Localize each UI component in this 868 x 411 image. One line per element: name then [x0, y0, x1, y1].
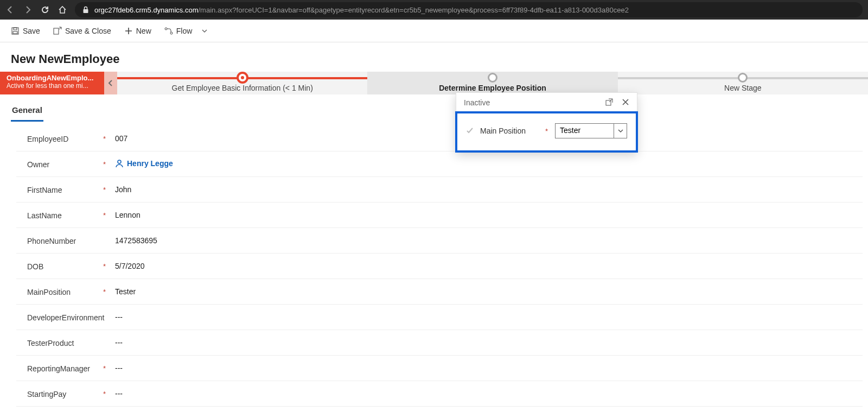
- required-mark: *: [103, 364, 111, 372]
- form-row: PhoneNumber1472583695: [16, 228, 863, 254]
- form: EmployeeID*007Owner*Henry LeggeFirstName…: [0, 122, 868, 407]
- form-row: EmployeeID*007: [16, 126, 863, 151]
- field-label: Owner: [27, 159, 103, 169]
- svg-rect-4: [54, 28, 59, 34]
- stage-callout: Inactive Main Position * Tester: [456, 92, 637, 152]
- chevron-down-icon[interactable]: [614, 124, 627, 138]
- callout-field-label: Main Position: [480, 127, 540, 135]
- main-position-value: Tester: [556, 124, 614, 138]
- required-mark: *: [103, 211, 111, 219]
- person-icon: [115, 159, 124, 168]
- field-label: StartingPay: [27, 389, 103, 399]
- required-mark: *: [103, 262, 111, 270]
- field-value[interactable]: ---: [111, 364, 863, 372]
- plus-icon: [124, 27, 133, 35]
- form-row: LastName*Lennon: [16, 203, 863, 228]
- close-icon[interactable]: [622, 98, 630, 107]
- bpf-stage-2-label: Determine Employee Position: [439, 84, 546, 92]
- home-button[interactable]: [58, 5, 67, 15]
- required-mark: *: [103, 160, 111, 168]
- forward-button[interactable]: [23, 5, 33, 15]
- new-button[interactable]: New: [119, 23, 157, 39]
- bpf-node-icon: [488, 73, 497, 83]
- flow-chevron[interactable]: [200, 28, 209, 34]
- svg-point-6: [170, 32, 173, 34]
- svg-point-7: [118, 160, 121, 163]
- bpf-stages: Get Employee Basic Information (< 1 Min)…: [117, 72, 868, 94]
- bpf-stage-3-label: New Stage: [724, 84, 761, 92]
- callout-body: Main Position * Tester: [455, 111, 638, 153]
- form-row: Owner*Henry Legge: [16, 151, 863, 177]
- field-value[interactable]: Lennon: [111, 211, 863, 219]
- field-label: DOB: [27, 261, 103, 271]
- url-domain: orgc27fdeb6.crm5.dynamics.com: [94, 6, 198, 14]
- field-label: DeveloperEnvironment: [27, 312, 103, 322]
- field-value[interactable]: ---: [111, 313, 863, 321]
- save-close-icon: [53, 27, 62, 35]
- bpf-status: Active for less than one mi...: [7, 82, 100, 90]
- form-row: DOB*5/7/2020: [16, 254, 863, 279]
- form-row: DeveloperEnvironment---: [16, 305, 863, 330]
- field-value[interactable]: John: [111, 185, 863, 194]
- svg-rect-2: [14, 28, 17, 30]
- main-position-select[interactable]: Tester: [555, 123, 627, 138]
- required-mark: *: [545, 127, 550, 135]
- field-label: PhoneNumber: [27, 236, 103, 245]
- field-value[interactable]: ---: [111, 389, 863, 398]
- bpf-node-done-icon: [237, 72, 248, 84]
- field-value[interactable]: 5/7/2020: [111, 262, 863, 270]
- reload-button[interactable]: [40, 5, 50, 15]
- flow-button[interactable]: Flow: [159, 23, 198, 39]
- form-row: StartingPay*---: [16, 381, 863, 407]
- save-close-button[interactable]: Save & Close: [48, 23, 117, 39]
- svg-rect-0: [84, 9, 88, 13]
- lock-icon: [82, 6, 89, 14]
- field-label: FirstName: [27, 185, 103, 194]
- bpf-node-icon: [738, 73, 748, 83]
- save-icon: [11, 27, 20, 35]
- field-value[interactable]: Tester: [111, 287, 863, 296]
- form-row: FirstName*John: [16, 177, 863, 203]
- page-header: New NewEmployee: [0, 42, 868, 72]
- form-row: TesterProduct---: [16, 330, 863, 356]
- flow-label: Flow: [176, 27, 193, 35]
- new-label: New: [136, 27, 151, 35]
- owner-link[interactable]: Henry Legge: [115, 159, 173, 168]
- form-row: ReportingManager*---: [16, 356, 863, 381]
- field-label: LastName: [27, 210, 103, 220]
- field-value[interactable]: ---: [111, 338, 863, 347]
- svg-rect-3: [13, 31, 17, 34]
- field-value[interactable]: Henry Legge: [111, 159, 863, 169]
- address-bar[interactable]: orgc27fdeb6.crm5.dynamics.com/main.aspx?…: [75, 2, 863, 17]
- bpf-bar: OnboardingANewEmplo... Active for less t…: [0, 72, 868, 94]
- save-button[interactable]: Save: [5, 23, 46, 39]
- bpf-stage-1[interactable]: Get Employee Basic Information (< 1 Min): [117, 72, 367, 94]
- popout-icon[interactable]: [605, 98, 614, 107]
- bpf-name: OnboardingANewEmplo...: [7, 74, 100, 82]
- bpf-collapse[interactable]: [104, 72, 117, 94]
- required-mark: *: [103, 288, 111, 296]
- callout-status: Inactive: [464, 98, 490, 107]
- form-row: MainPosition*Tester: [16, 279, 863, 305]
- required-mark: *: [103, 390, 111, 398]
- tab-bar: General: [0, 94, 868, 122]
- save-label: Save: [23, 27, 40, 35]
- required-mark: *: [103, 135, 111, 143]
- bpf-stage-3[interactable]: New Stage: [618, 72, 868, 94]
- field-value[interactable]: 1472583695: [111, 236, 863, 245]
- owner-name: Henry Legge: [127, 159, 173, 168]
- check-icon: [466, 127, 475, 135]
- tab-general[interactable]: General: [11, 102, 43, 122]
- bpf-stage-2[interactable]: Determine Employee Position: [367, 72, 617, 94]
- callout-header: Inactive: [456, 93, 637, 112]
- flow-icon: [164, 27, 173, 35]
- command-bar: Save Save & Close New Flow: [0, 20, 868, 42]
- field-label: EmployeeID: [27, 134, 103, 143]
- svg-point-5: [165, 28, 167, 30]
- bpf-stage-1-label: Get Employee Basic Information (< 1 Min): [172, 84, 313, 92]
- field-label: MainPosition: [27, 287, 103, 296]
- bpf-header[interactable]: OnboardingANewEmplo... Active for less t…: [0, 72, 104, 94]
- page-title: New NewEmployee: [11, 52, 857, 66]
- save-close-label: Save & Close: [65, 27, 111, 35]
- back-button[interactable]: [5, 5, 15, 15]
